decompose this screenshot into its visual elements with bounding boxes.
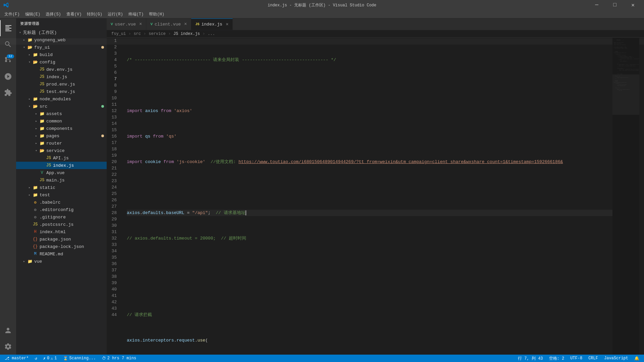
sidebar-item-index-js-config[interactable]: JS index.js	[16, 73, 107, 81]
sidebar-item-index-js-service[interactable]: JS index.js	[16, 162, 107, 169]
breadcrumb-service[interactable]: service	[149, 32, 165, 36]
scanning-icon: ⌛	[63, 356, 68, 361]
sidebar-item-assets[interactable]: ▸ 📁 assets	[16, 110, 107, 117]
feedback-icon: 🔔	[634, 356, 639, 361]
minimap-viewport	[612, 74, 639, 115]
expand-arrow-icon: ▸	[27, 186, 32, 190]
line-col-item[interactable]: 行 7, 列 43	[517, 356, 544, 361]
tab-close-button[interactable]: ×	[184, 21, 187, 27]
sidebar-item-package-lock-json[interactable]: {} package-lock.json	[16, 243, 107, 250]
line-ending-text: CRLF	[588, 356, 598, 361]
js-file-icon: JS	[39, 82, 45, 87]
sidebar-item-service[interactable]: ▾ 📂 service	[16, 147, 107, 154]
sidebar-item-config[interactable]: ▾ 📂 config	[16, 58, 107, 66]
maximize-button[interactable]: □	[607, 0, 623, 10]
expand-arrow-icon: ▸	[34, 112, 39, 116]
activity-explorer[interactable]	[0, 20, 16, 36]
tab-close-button[interactable]: ×	[139, 21, 142, 27]
config-file-icon: ⚙	[32, 200, 38, 205]
sidebar-item-api-js[interactable]: JS API.js	[16, 154, 107, 162]
menu-run[interactable]: 运行(R)	[105, 11, 126, 18]
sidebar-item-router[interactable]: ▸ 📁 router	[16, 140, 107, 147]
sidebar-item-package-json[interactable]: {} package.json	[16, 236, 107, 243]
sidebar-item-test[interactable]: ▸ 📁 test	[16, 191, 107, 199]
status-bar-right: 行 7, 列 43 空格: 2 UTF-8 CRLF JavaScript 🔔	[517, 356, 641, 361]
encoding-text: UTF-8	[570, 356, 582, 361]
js-file-icon: JS	[39, 89, 45, 94]
sidebar-item-main-js[interactable]: JS main.js	[16, 176, 107, 184]
activity-debug[interactable]	[0, 68, 16, 85]
errors-item[interactable]: ✗ 0 ⚠ 1	[42, 356, 58, 361]
sidebar-item-editorconfig[interactable]: ⚙ .editorconfig	[16, 206, 107, 213]
spaces-item[interactable]: 空格: 2	[548, 356, 566, 361]
scrollbar-track[interactable]	[639, 38, 644, 355]
tab-close-button[interactable]: ×	[226, 22, 228, 27]
breadcrumb-index-js[interactable]: JS index.js	[173, 32, 200, 36]
activity-search[interactable]	[0, 36, 16, 52]
menu-bar: 文件(F) 编辑(E) 选择(S) 查看(V) 转到(G) 运行(R) 终端(T…	[0, 10, 644, 18]
minimap: /* --- 请来全局封装 --- */ import axios from '…	[612, 38, 639, 355]
menu-select[interactable]: 选择(S)	[43, 11, 64, 18]
vue-file-icon: V	[39, 170, 45, 175]
js-file-icon: JS	[46, 156, 52, 160]
git-branch-item[interactable]: master*	[3, 356, 30, 361]
language-item[interactable]: JavaScript	[603, 356, 630, 361]
menu-goto[interactable]: 转到(G)	[84, 11, 105, 18]
sidebar-item-common[interactable]: ▸ 📁 common	[16, 117, 107, 125]
sidebar-item-workspace[interactable]: ▾ 无标题 (工作区)	[16, 29, 107, 36]
sidebar: 资源管理器 ▾ 无标题 (工作区) ▸ 📁 yongneng_web ▾ 📂 f…	[16, 18, 107, 355]
sidebar-item-readme[interactable]: M README.md	[16, 250, 107, 258]
tab-user-vue[interactable]: V user.vue ×	[107, 18, 146, 30]
expand-arrow-icon: ▸	[21, 259, 27, 263]
menu-view[interactable]: 查看(V)	[64, 11, 85, 18]
sidebar-item-dev-env-js[interactable]: JS dev.env.js	[16, 66, 107, 73]
sidebar-item-yongneng[interactable]: ▸ 📁 yongneng_web	[16, 36, 107, 44]
sidebar-item-components[interactable]: ▸ 📁 components	[16, 125, 107, 132]
breadcrumb-more[interactable]: ...	[208, 32, 215, 36]
sidebar-item-babelrc[interactable]: ⚙ .babelrc	[16, 199, 107, 206]
menu-terminal[interactable]: 终端(T)	[126, 11, 147, 18]
breadcrumb-src[interactable]: src	[133, 32, 141, 36]
error-icon: ✗	[43, 356, 46, 361]
sidebar-item-node-modules[interactable]: ▸ 📁 node_modules	[16, 95, 107, 103]
modified-dot	[101, 46, 104, 49]
time-item[interactable]: ⏱ 2 hrs 7 mins	[101, 356, 138, 361]
sidebar-item-build[interactable]: ▸ 📁 build	[16, 51, 107, 58]
code-content[interactable]: /* ----------------------------- 请来全局封装 …	[123, 38, 612, 355]
menu-file[interactable]: 文件(F)	[2, 11, 22, 18]
folder-icon: 📁	[27, 259, 33, 264]
menu-edit[interactable]: 编辑(E)	[22, 11, 43, 18]
folder-icon: 📁	[39, 119, 45, 124]
sidebar-item-static[interactable]: ▸ 📁 static	[16, 184, 107, 191]
sidebar-item-prod-env-js[interactable]: JS prod.env.js	[16, 81, 107, 88]
activity-settings[interactable]	[0, 339, 16, 355]
sidebar-item-test-env-js[interactable]: JS test.env.js	[16, 88, 107, 95]
js-file-icon: JS	[39, 178, 45, 183]
minimize-button[interactable]: ─	[589, 0, 604, 10]
sidebar-item-gitignore[interactable]: ⚙ .gitignore	[16, 213, 107, 221]
sidebar-item-postcssrc[interactable]: JS .postcssrc.js	[16, 221, 107, 228]
encoding-item[interactable]: UTF-8	[569, 356, 584, 361]
code-line-1: /* ----------------------------- 请来全局封装 …	[127, 57, 612, 63]
close-button[interactable]: ✕	[625, 0, 641, 10]
sidebar-item-pages[interactable]: ▸ 📁 pages	[16, 132, 107, 140]
sidebar-item-src[interactable]: ▾ 📂 src	[16, 103, 107, 110]
activity-extensions[interactable]	[0, 85, 16, 101]
activity-git[interactable]	[0, 52, 16, 68]
menu-help[interactable]: 帮助(H)	[146, 11, 167, 18]
tab-client-vue[interactable]: V client.vue ×	[146, 18, 191, 30]
sidebar-item-fsy-ui[interactable]: ▾ 📂 fsy_ui	[16, 44, 107, 51]
tab-label: client.vue	[155, 22, 181, 27]
tab-index-js[interactable]: JS index.js ×	[191, 18, 233, 30]
feedback-item[interactable]: 🔔	[633, 356, 641, 361]
sync-item[interactable]: ↺	[33, 356, 38, 361]
activity-account[interactable]	[0, 322, 16, 339]
modified-dot	[101, 105, 104, 108]
sidebar-item-vue[interactable]: ▸ 📁 vue	[16, 258, 107, 265]
sidebar-item-index-html[interactable]: H index.html	[16, 228, 107, 236]
line-ending-item[interactable]: CRLF	[587, 356, 599, 361]
expand-arrow-icon: ▸	[34, 126, 39, 131]
breadcrumb-fsy-ui[interactable]: fsy_ui	[111, 32, 126, 36]
breadcrumb: fsy_ui › src › service › JS index.js › .…	[107, 30, 644, 38]
sidebar-item-app-vue[interactable]: V App.vue	[16, 169, 107, 176]
